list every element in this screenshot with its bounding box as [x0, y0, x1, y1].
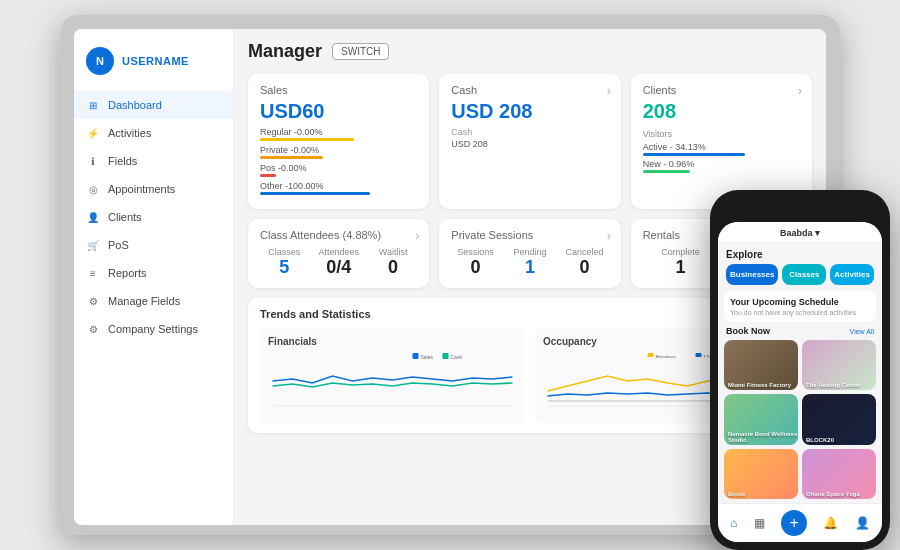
cash-sub-label: Cash: [451, 127, 608, 137]
sidebar-item-company-settings[interactable]: ⚙ Company Settings: [74, 315, 233, 343]
logo-icon: N: [86, 47, 114, 75]
sales-other-stat: Other -100.00%: [260, 181, 417, 191]
book-item-healing-label: The Healing Center: [806, 382, 861, 388]
switch-button[interactable]: SWITCH: [332, 43, 389, 60]
sidebar-item-dashboard[interactable]: ⊞ Dashboard: [74, 91, 233, 119]
sales-pos-bar: [260, 174, 276, 177]
book-item-ohana[interactable]: Ohana Space Yoga: [802, 449, 876, 499]
pos-icon: 🛒: [86, 238, 100, 252]
sales-regular-bar: [260, 138, 354, 141]
canceled-label: Canceled: [560, 247, 608, 257]
waitlist-label: Waitlist: [369, 247, 417, 257]
sales-card: Sales USD60 Regular -0.00% Private -0.00…: [248, 74, 429, 209]
pending-label: Pending: [506, 247, 554, 257]
sales-regular-stat: Regular -0.00%: [260, 127, 417, 137]
sales-private-bar: [260, 156, 323, 159]
canceled-value: 0: [560, 257, 608, 278]
svg-text:Attendance: Attendance: [656, 354, 677, 359]
visitors-label: Visitors: [643, 129, 800, 139]
cash-sub-value: USD 208: [451, 139, 608, 149]
waitlist-value: 0: [369, 257, 417, 278]
private-sessions-title: Private Sessions: [451, 229, 608, 241]
classes-col: Classes 5: [260, 247, 308, 278]
explore-activities[interactable]: Activities: [830, 264, 874, 285]
clients-card-title: Clients: [643, 84, 800, 96]
laptop-shell: N USERNAME ⊞ Dashboard ⚡ Activities ℹ Fi…: [60, 15, 840, 535]
book-item-ohana-label: Ohana Space Yoga: [806, 491, 860, 497]
private-sessions-stats: Sessions 0 Pending 1 Canceled 0: [451, 247, 608, 278]
pending-value: 1: [506, 257, 554, 278]
sales-pos-stat: Pos -0.00%: [260, 163, 417, 173]
financials-svg: Sales Cash: [268, 351, 517, 411]
clients-card-arrow: ›: [798, 84, 802, 98]
svg-rect-1: [413, 353, 419, 359]
nav-plus-button[interactable]: +: [781, 510, 807, 536]
clients-value: 208: [643, 100, 800, 123]
sales-other-bar: [260, 192, 370, 195]
view-all-link[interactable]: View All: [850, 328, 874, 335]
sidebar-item-pos[interactable]: 🛒 PoS: [74, 231, 233, 259]
book-item-boost-label: Boost: [728, 491, 745, 497]
page-header: Manager SWITCH: [248, 41, 812, 62]
canceled-col: Canceled 0: [560, 247, 608, 278]
explore-cards: Businesses Classes Activities: [718, 264, 882, 291]
pending-col: Pending 1: [506, 247, 554, 278]
sidebar-item-fields[interactable]: ℹ Fields: [74, 147, 233, 175]
cash-card-title: Cash: [451, 84, 608, 96]
sales-private-stat: Private -0.00%: [260, 145, 417, 155]
clients-icon: 👤: [86, 210, 100, 224]
book-item-block20[interactable]: BLOCK20: [802, 394, 876, 444]
sessions-value: 0: [451, 257, 499, 278]
sidebar-logo: N USERNAME: [74, 37, 233, 91]
phone-notch: [770, 200, 830, 218]
waitlist-col: Waitlist 0: [369, 247, 417, 278]
phone-user-label: Baabda ▾: [780, 228, 820, 238]
book-item-namaste[interactable]: Namaste Bend Wellness Studio: [724, 394, 798, 444]
class-attendees-title: Class Attendees (4.88%): [260, 229, 417, 241]
nav-user-icon[interactable]: 👤: [855, 516, 870, 530]
phone-header: Baabda ▾: [718, 222, 882, 243]
private-sessions-card: › Private Sessions Sessions 0 Pending 1 …: [439, 219, 620, 288]
sidebar-item-appointments[interactable]: ◎ Appointments: [74, 175, 233, 203]
book-item-healing[interactable]: The Healing Center: [802, 340, 876, 390]
cash-value: USD 208: [451, 100, 608, 123]
class-attendees-card: › Class Attendees (4.88%) Classes 5 Atte…: [248, 219, 429, 288]
sidebar: N USERNAME ⊞ Dashboard ⚡ Activities ℹ Fi…: [74, 29, 234, 525]
clients-new: New - 0.96%: [643, 159, 800, 169]
book-item-namaste-label: Namaste Bend Wellness Studio: [728, 431, 798, 443]
sidebar-item-manage-fields[interactable]: ⚙ Manage Fields: [74, 287, 233, 315]
grid-icon: ⊞: [86, 98, 100, 112]
sidebar-item-clients[interactable]: 👤 Clients: [74, 203, 233, 231]
svg-rect-8: [696, 353, 702, 357]
book-item-block20-label: BLOCK20: [806, 437, 834, 443]
phone-screen: Baabda ▾ Explore Businesses Classes Acti…: [718, 222, 882, 542]
book-item-miami[interactable]: Miami Fitness Factory: [724, 340, 798, 390]
sidebar-item-reports[interactable]: ≡ Reports: [74, 259, 233, 287]
book-grid: Miami Fitness Factory The Healing Center…: [718, 340, 882, 503]
nav-bell-icon[interactable]: 🔔: [823, 516, 838, 530]
company-settings-icon: ⚙: [86, 322, 100, 336]
book-item-boost[interactable]: Boost: [724, 449, 798, 499]
svg-text:Cash: Cash: [451, 354, 463, 360]
explore-businesses[interactable]: Businesses: [726, 264, 778, 285]
attendees-label: Attendees: [314, 247, 362, 257]
complete-value: 1: [643, 257, 719, 278]
explore-classes[interactable]: Classes: [782, 264, 826, 285]
private-sessions-arrow: ›: [607, 229, 611, 243]
nav-calendar-icon[interactable]: ▦: [754, 516, 765, 530]
upcoming-title: Your Upcoming Schedule: [730, 297, 870, 307]
attendees-col: Attendees 0/4: [314, 247, 362, 278]
sidebar-item-activities[interactable]: ⚡ Activities: [74, 119, 233, 147]
financials-chart-title: Financials: [268, 336, 517, 347]
sessions-label: Sessions: [451, 247, 499, 257]
clients-active-bar: [643, 153, 745, 156]
svg-rect-6: [648, 353, 654, 357]
username-label: USERNAME: [122, 55, 189, 67]
nav-home-icon[interactable]: ⌂: [730, 516, 737, 530]
upcoming-sub: You do not have any scheduled activities: [730, 309, 870, 316]
book-now-header: Book Now View All: [718, 326, 882, 340]
book-now-title: Book Now: [726, 326, 770, 336]
clients-card: › Clients 208 Visitors Active - 34.13% N…: [631, 74, 812, 209]
activity-icon: ⚡: [86, 126, 100, 140]
sales-card-title: Sales: [260, 84, 417, 96]
